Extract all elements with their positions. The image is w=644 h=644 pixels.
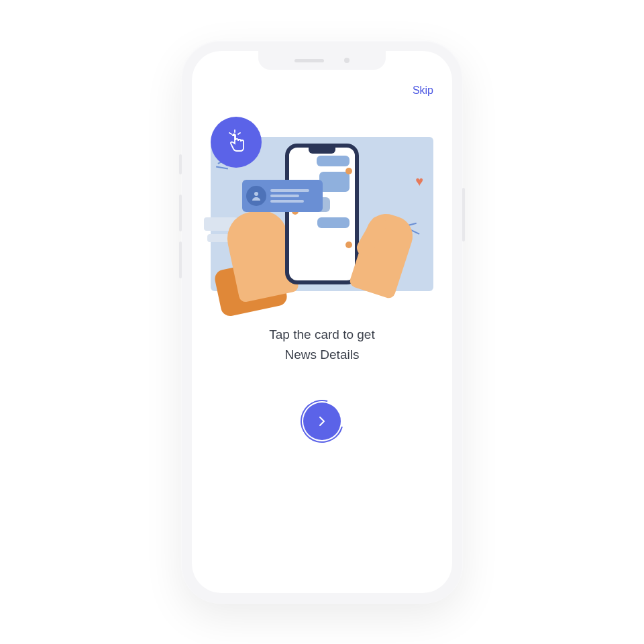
profile-popup-card [242, 180, 323, 212]
onboarding-instruction-text: Tap the card to get News Details [269, 325, 374, 366]
illustration-phone [285, 144, 359, 284]
chat-bubble [317, 217, 350, 228]
avatar-icon [345, 168, 352, 174]
phone-notch [258, 51, 386, 70]
chat-bubble [319, 172, 350, 192]
spark-line [216, 166, 228, 169]
tap-gesture-icon [211, 117, 262, 168]
profile-text-lines [270, 189, 319, 203]
phone-volume-up [179, 195, 182, 231]
instruction-line-1: Tap the card to get [269, 325, 374, 345]
chevron-right-icon [315, 415, 329, 428]
onboarding-content: ♥ Tap the card to get News Details [192, 103, 452, 593]
chat-bubble [317, 156, 350, 166]
heart-icon: ♥ [415, 174, 423, 189]
skip-button[interactable]: Skip [413, 85, 433, 97]
instruction-line-2: News Details [269, 345, 374, 365]
onboarding-illustration: ♥ [211, 137, 433, 291]
phone-power-button [462, 188, 465, 241]
phone-mockup-frame: Skip [181, 40, 463, 604]
next-button[interactable] [303, 402, 341, 440]
phone-volume-down [179, 241, 182, 278]
illustration-phone-notch [309, 147, 335, 154]
profile-avatar-icon [246, 186, 266, 206]
avatar-icon [345, 241, 352, 248]
app-screen: Skip [192, 51, 452, 593]
svg-point-0 [254, 192, 258, 196]
phone-mute-switch [179, 154, 182, 174]
